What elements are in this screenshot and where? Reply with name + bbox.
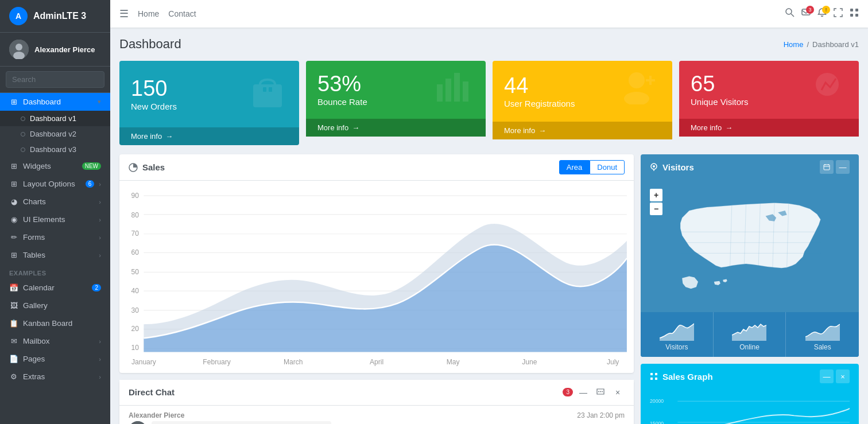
svg-rect-75 <box>655 373 657 375</box>
fullscreen-icon <box>834 8 843 17</box>
left-column: Sales Area Donut 90 <box>119 154 634 424</box>
sidebar-item-tables[interactable]: ⊞ Tables › <box>0 246 110 264</box>
stat-card-content: 150 New Orders <box>131 77 177 111</box>
stat-card-footer-orders[interactable]: More info → <box>119 127 299 145</box>
content-wrapper: Dashboard Home / Dashboard v1 150 New Or… <box>110 28 868 424</box>
chevron-right-icon: › <box>99 338 101 345</box>
sidebar-item-dashboard[interactable]: ⊞ Dashboard ▾ <box>0 93 110 111</box>
sidebar-item-extras[interactable]: ⚙ Extras › <box>0 368 110 386</box>
dot-icon <box>21 147 25 152</box>
usa-map-svg <box>661 189 838 304</box>
sidebar-item-forms[interactable]: ✏ Forms › <box>0 228 110 246</box>
alaska <box>682 276 698 289</box>
donut-chart-button[interactable]: Donut <box>590 160 625 174</box>
sidebar-item-kanban[interactable]: 📋 Kanban Board <box>0 314 110 332</box>
sidebar-item-dashboard-v2[interactable]: Dashboard v2 <box>0 126 110 142</box>
stat-card-body: 65 Unique Visitors <box>679 61 859 119</box>
svg-text:February: February <box>203 358 231 366</box>
arrow-right-icon: → <box>538 126 546 135</box>
sidebar-item-dashboard-v1[interactable]: Dashboard v1 <box>0 111 110 126</box>
map-stat-sales: Sales <box>786 312 859 357</box>
zoom-out-button[interactable]: − <box>650 203 662 215</box>
visitors-label: Visitors <box>645 343 708 351</box>
svg-text:20: 20 <box>131 325 139 333</box>
stat-number: 65 <box>691 73 749 95</box>
sidebar-toggle-button[interactable]: ☰ <box>119 7 129 20</box>
sidebar-item-pages[interactable]: 📄 Pages › <box>0 350 110 368</box>
svg-text:March: March <box>284 358 303 366</box>
svg-point-1 <box>16 44 22 50</box>
brand-logo: A <box>9 7 28 25</box>
chart-toggle-tools: Area Donut <box>559 160 625 174</box>
stat-card-footer-bounce[interactable]: More info → <box>306 119 486 137</box>
arrow-right-icon: → <box>725 123 733 132</box>
map-card-header: Visitors — <box>641 154 859 180</box>
map-minimize-button[interactable]: — <box>836 160 850 174</box>
nav-link-home[interactable]: Home <box>138 9 159 18</box>
calendar-icon <box>823 164 830 170</box>
chat-close-button[interactable]: × <box>611 386 625 399</box>
lower-section: Sales Area Donut 90 <box>119 154 859 424</box>
svg-text:60: 60 <box>131 248 139 256</box>
chat-message-button[interactable] <box>594 386 607 399</box>
stat-card-footer-reg[interactable]: More info → <box>493 122 672 139</box>
chat-toggle-icon <box>596 388 604 396</box>
chevron-right-icon: › <box>99 356 101 363</box>
sidebar-item-ui-elements[interactable]: ◉ UI Elements › <box>0 211 110 228</box>
map-stat-visitors: Visitors <box>641 312 714 357</box>
svg-text:90: 90 <box>131 192 139 200</box>
stat-card-body: 53% Bounce Rate <box>306 61 486 119</box>
search-input[interactable] <box>6 72 104 87</box>
usa-mainland <box>680 203 820 268</box>
svg-rect-10 <box>850 14 853 17</box>
sales-graph-close-button[interactable]: × <box>836 369 850 383</box>
svg-rect-77 <box>655 378 657 380</box>
messages-badge: 3 <box>806 6 814 14</box>
shopping-bag-icon <box>247 70 288 118</box>
svg-point-50 <box>598 391 599 392</box>
stat-card-registrations: 44 User Registrations More info <box>493 61 672 145</box>
svg-text:May: May <box>447 358 460 366</box>
sidebar-item-widgets[interactable]: ⊞ Widgets NEW <box>0 157 110 175</box>
svg-rect-74 <box>650 373 653 375</box>
sidebar-user-panel[interactable]: Alexander Pierce <box>0 33 110 67</box>
map-calendar-button[interactable] <box>820 160 834 174</box>
sidebar-item-dashboard-v3[interactable]: Dashboard v3 <box>0 142 110 157</box>
messages-button[interactable]: 3 <box>801 8 811 20</box>
online-label: Online <box>718 343 781 351</box>
svg-point-51 <box>600 391 601 392</box>
stat-label: New Orders <box>131 102 177 111</box>
breadcrumb-home[interactable]: Home <box>784 40 804 49</box>
svg-text:50: 50 <box>131 268 139 276</box>
grid-icon <box>850 8 859 17</box>
area-chart-button[interactable]: Area <box>559 160 590 174</box>
sidebar-item-calendar[interactable]: 📅 Calendar 2 <box>0 279 110 297</box>
chevron-right-icon: › <box>99 199 101 205</box>
stat-number: 44 <box>504 75 575 96</box>
chat-timestamp: Alexander Pierce 23 Jan 2:00 pm <box>129 411 625 419</box>
search-toggle-button[interactable] <box>785 8 795 20</box>
sidebar-item-mailbox[interactable]: ✉ Mailbox › <box>0 332 110 350</box>
sales-graph-minimize-button[interactable]: — <box>820 369 834 383</box>
pages-icon: 📄 <box>9 355 18 363</box>
count-badge: 6 <box>86 180 95 188</box>
apps-button[interactable] <box>850 8 859 20</box>
count-badge: 2 <box>92 284 101 291</box>
visitors-mini-chart <box>645 318 708 341</box>
chart-type-toggle: Area Donut <box>559 160 625 174</box>
chat-minimize-button[interactable]: — <box>576 386 590 399</box>
chevron-right-icon: › <box>99 181 101 188</box>
sidebar-item-charts[interactable]: ◕ Charts › <box>0 193 110 211</box>
sales-line <box>677 409 850 424</box>
zoom-in-button[interactable]: + <box>650 189 662 201</box>
user-plus-icon <box>621 70 661 112</box>
nav-link-contact[interactable]: Contact <box>168 9 196 18</box>
notifications-button[interactable]: ! <box>817 8 827 20</box>
sidebar-item-layout-options[interactable]: ⊞ Layout Options 6 › <box>0 175 110 193</box>
extras-icon: ⚙ <box>9 372 18 381</box>
gallery-icon: 🖼 <box>9 301 18 310</box>
chart-bar-icon <box>434 70 474 110</box>
stat-card-footer-visitors[interactable]: More info → <box>679 119 859 137</box>
fullscreen-button[interactable] <box>834 8 843 20</box>
sidebar-item-gallery[interactable]: 🖼 Gallery <box>0 297 110 314</box>
